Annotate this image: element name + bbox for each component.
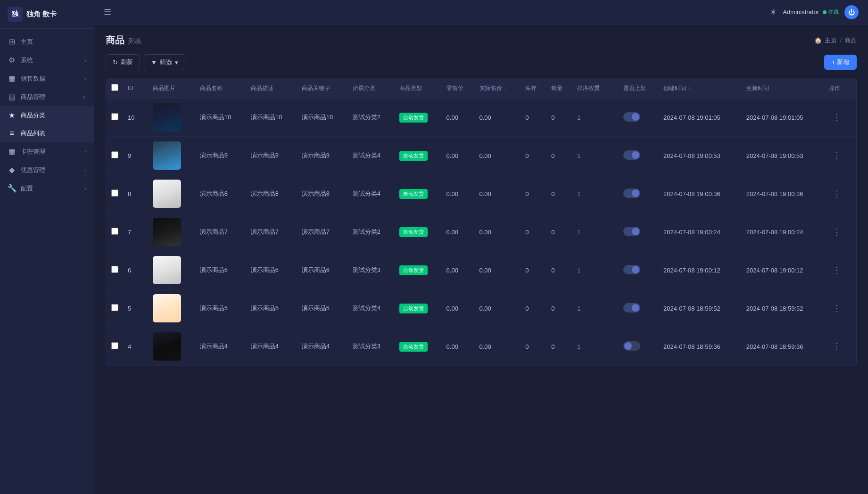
select-all-checkbox[interactable] [111,84,118,91]
row-category: 测试分类4 [348,175,395,213]
rank-link[interactable]: 1 [577,267,580,274]
row-more-button[interactable]: ⋮ [829,187,845,201]
row-created: 2024-07-08 18:59:52 [659,289,742,328]
star-icon: ★ [8,111,16,120]
product-image [153,294,181,322]
row-sales: 0 [546,137,572,175]
row-stock: 0 [521,251,546,289]
breadcrumb-current: 商品 [844,36,857,45]
chevron-icon: ‹ [84,186,86,191]
online-toggle[interactable] [623,341,640,351]
sidebar-item-product-cat[interactable]: ★ 商品分类 [0,106,94,124]
row-more-button[interactable]: ⋮ [829,110,845,124]
online-toggle[interactable] [623,303,640,313]
sidebar-item-card-mgmt[interactable]: ▦ 卡密管理 ‹ [0,142,94,161]
row-checkbox[interactable] [111,151,118,158]
online-toggle[interactable] [623,265,640,274]
breadcrumb-home-link[interactable]: 主页 [825,36,837,45]
row-checkbox[interactable] [111,113,118,120]
row-checkbox-cell [106,99,123,137]
online-toggle[interactable] [623,227,640,236]
row-checkbox[interactable] [111,228,118,235]
row-id: 4 [123,328,148,366]
sidebar-item-system[interactable]: ⚙ 系统 ‹ [0,51,94,69]
row-more-button[interactable]: ⋮ [829,263,845,277]
row-checkbox[interactable] [111,266,118,273]
row-action-cell: ⋮ [824,251,856,289]
product-type-badge: 自动发货 [399,227,428,237]
sidebar-item-label: 优惠管理 [21,166,80,174]
row-id: 6 [123,251,148,289]
row-more-button[interactable]: ⋮ [829,225,845,239]
sidebar-item-sales[interactable]: ▦ 销售数据 ‹ [0,69,94,88]
row-more-button[interactable]: ⋮ [829,301,845,315]
row-more-button[interactable]: ⋮ [829,148,845,163]
row-keyword: 演示商品7 [297,213,348,251]
rank-link[interactable]: 1 [577,114,580,121]
online-toggle[interactable] [623,112,640,122]
rank-link[interactable]: 1 [577,229,580,236]
rank-link[interactable]: 1 [577,152,580,159]
refresh-button[interactable]: ↻ 刷新 [106,54,140,70]
row-desc: 演示商品5 [246,289,297,328]
row-actual-price: 0.00 [475,137,521,175]
menu-toggle-button[interactable]: ☰ [104,7,111,17]
sidebar-item-home[interactable]: ⊞ 主页 [0,33,94,51]
theme-toggle-button[interactable]: ☀ [769,7,777,17]
product-type-badge: 自动发货 [399,304,428,313]
row-image-cell [148,137,195,175]
row-type: 自动发货 [395,137,442,175]
table-row: 5 演示商品5 演示商品5 演示商品5 测试分类4 自动发货 0.00 0.00… [106,289,856,328]
page-subtitle: 列表 [128,37,141,46]
sidebar-item-product-mgmt[interactable]: ▤ 商品管理 ∨ [0,88,94,106]
row-actual-price: 0.00 [475,289,521,328]
table-row: 8 演示商品8 演示商品8 演示商品8 测试分类4 自动发货 0.00 0.00… [106,175,856,213]
power-button[interactable]: ⏻ [844,5,859,19]
row-category: 测试分类4 [348,289,395,328]
row-online-cell [619,137,659,175]
row-online-cell [619,289,659,328]
row-name: 演示商品10 [195,99,246,137]
row-checkbox[interactable] [111,304,118,311]
sidebar-item-product-list[interactable]: ≡ 商品列表 [0,124,94,142]
sidebar-item-label: 卡密管理 [21,148,80,156]
row-stock: 0 [521,99,546,137]
col-action: 操作 [824,78,856,99]
row-type: 自动发货 [395,99,442,137]
row-price: 0.00 [442,99,475,137]
row-checkbox[interactable] [111,189,118,197]
col-price: 零售价 [442,78,475,99]
row-checkbox-cell [106,289,123,328]
username-label: Administrator [783,8,819,16]
row-price: 0.00 [442,175,475,213]
online-toggle[interactable] [623,150,640,160]
new-product-button[interactable]: + 新增 [824,55,857,70]
row-keyword: 演示商品8 [297,175,348,213]
sidebar-item-config[interactable]: 🔧 配置 ‹ [0,179,94,198]
chevron-icon: ‹ [84,76,86,82]
new-product-label: + 新增 [832,58,849,66]
row-more-button[interactable]: ⋮ [829,339,845,354]
filter-button[interactable]: ▼ 筛选 ▾ [144,54,185,70]
page-titlebar: 商品 列表 🏠 主页 / 商品 [106,34,857,47]
rank-link[interactable]: 1 [577,190,580,198]
rank-link[interactable]: 1 [577,343,580,350]
row-rank: 1 [572,213,619,251]
product-type-badge: 自动发货 [399,189,428,199]
product-type-badge: 自动发货 [399,342,428,352]
row-action-cell: ⋮ [824,213,856,251]
row-rank: 1 [572,251,619,289]
page-title-area: 商品 列表 [106,34,141,47]
row-type: 自动发货 [395,213,442,251]
online-toggle[interactable] [623,189,640,198]
user-status: 在线 [823,8,839,16]
table-row: 6 演示商品6 演示商品6 演示商品6 测试分类3 自动发货 0.00 0.00… [106,251,856,289]
sidebar-item-coupon[interactable]: ◆ 优惠管理 ‹ [0,161,94,179]
row-checkbox[interactable] [111,342,118,349]
row-updated: 2024-07-08 19:01:05 [742,99,825,137]
col-desc: 商品描述 [246,78,297,99]
rank-link[interactable]: 1 [577,305,580,312]
col-id: ID ↑ [123,78,148,99]
logo-icon: 独 [8,7,23,22]
row-price: 0.00 [442,328,475,366]
